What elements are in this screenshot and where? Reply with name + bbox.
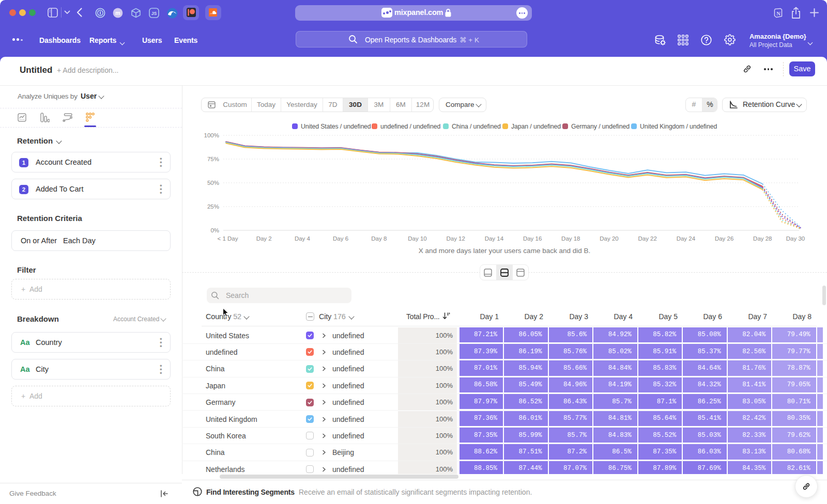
svg-text:75%: 75%: [207, 156, 219, 162]
svg-text:100%: 100%: [204, 132, 219, 138]
svg-text:Day 20: Day 20: [600, 235, 618, 242]
svg-text:25%: 25%: [207, 203, 219, 210]
svg-text:Day 16: Day 16: [523, 235, 542, 242]
svg-text:Day 30: Day 30: [786, 235, 805, 242]
svg-text:< 1 Day: < 1 Day: [218, 235, 238, 242]
svg-text:Day 4: Day 4: [295, 235, 311, 242]
svg-text:0%: 0%: [210, 227, 219, 233]
svg-text:Day 22: Day 22: [638, 235, 656, 242]
svg-text:Day 14: Day 14: [485, 235, 504, 242]
svg-text:Day 24: Day 24: [677, 235, 696, 242]
svg-text:Day 12: Day 12: [446, 235, 465, 242]
svg-text:Day 8: Day 8: [371, 235, 387, 242]
svg-text:Day 6: Day 6: [333, 235, 348, 242]
svg-text:Day 2: Day 2: [256, 235, 272, 242]
svg-text:Day 28: Day 28: [753, 235, 772, 242]
svg-text:Day 26: Day 26: [715, 235, 733, 242]
svg-text:50%: 50%: [207, 180, 219, 186]
svg-text:Day 10: Day 10: [408, 235, 426, 242]
svg-text:Day 18: Day 18: [561, 235, 580, 242]
